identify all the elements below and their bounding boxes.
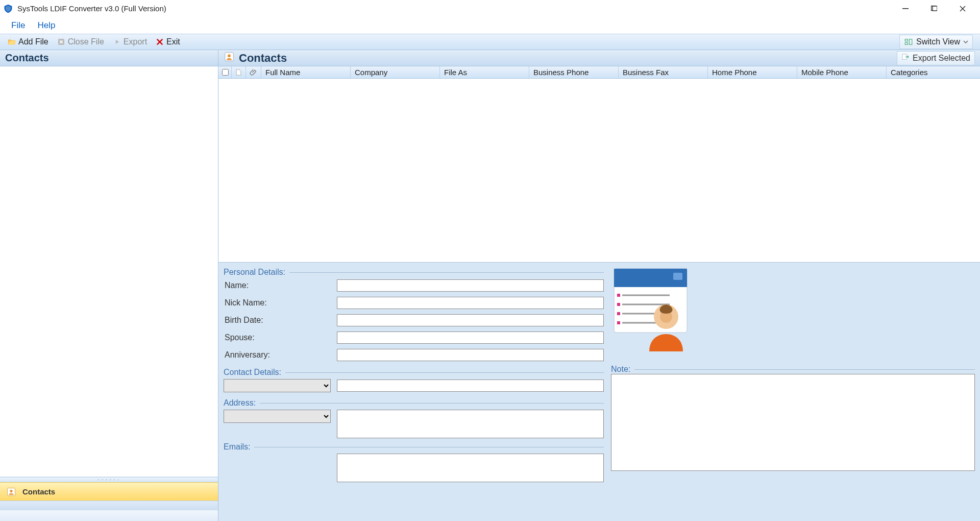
chevron-down-icon — [963, 37, 968, 46]
address-type-select[interactable] — [224, 410, 331, 423]
input-birthdate[interactable] — [337, 314, 604, 326]
close-button[interactable] — [948, 0, 977, 17]
contact-type-select[interactable] — [224, 379, 331, 392]
col-home-phone[interactable]: Home Phone — [708, 66, 797, 78]
input-note[interactable] — [611, 374, 975, 471]
folder-open-icon — [7, 37, 16, 46]
menu-file[interactable]: File — [5, 18, 31, 33]
col-mobile-phone[interactable]: Mobile Phone — [797, 66, 887, 78]
export-selected-label: Export Selected — [913, 54, 970, 63]
exit-button[interactable]: Exit — [151, 34, 184, 50]
switch-view-icon — [904, 37, 913, 46]
group-emails: Emails: — [224, 442, 604, 452]
details-panel: Personal Details: Name: Nick Name: Birth… — [218, 263, 980, 521]
table-header: Full Name Company File As Business Phone… — [218, 66, 980, 79]
minimize-button[interactable] — [891, 0, 920, 17]
toolbar: Add File Close File Export Exit Switch V… — [0, 34, 980, 50]
exit-label: Exit — [166, 37, 180, 46]
add-file-button[interactable]: Add File — [3, 34, 53, 50]
file-icon-column[interactable] — [232, 66, 246, 78]
svg-rect-19 — [617, 294, 620, 297]
window-title: SysTools LDIF Converter v3.0 (Full Versi… — [17, 4, 891, 13]
contact-card-image — [611, 266, 690, 352]
group-personal: Personal Details: — [224, 268, 604, 277]
add-file-label: Add File — [18, 37, 48, 46]
col-categories[interactable]: Categories — [887, 66, 980, 78]
col-full-name[interactable]: Full Name — [261, 66, 351, 78]
input-name[interactable] — [337, 279, 604, 292]
menu-help[interactable]: Help — [31, 18, 61, 33]
contacts-header: Contacts Export Selected — [218, 50, 980, 66]
left-spacer — [0, 510, 218, 521]
exit-icon — [155, 37, 164, 46]
group-contact: Contact Details: — [224, 368, 604, 377]
attachment-icon-column[interactable] — [246, 66, 261, 78]
right-pane: Contacts Export Selected Full Name Compa… — [218, 50, 980, 521]
category-label: Contacts — [22, 487, 55, 496]
category-contacts[interactable]: Contacts — [0, 482, 218, 501]
label-name: Name: — [224, 281, 337, 290]
label-spouse: Spouse: — [224, 333, 337, 342]
svg-rect-5 — [905, 43, 908, 45]
input-address[interactable] — [337, 410, 604, 438]
contacts-table: Full Name Company File As Business Phone… — [218, 66, 980, 263]
close-file-icon — [57, 37, 66, 46]
left-pane-title: Contacts — [0, 50, 218, 66]
app-icon — [3, 4, 13, 14]
input-nickname[interactable] — [337, 297, 604, 309]
export-button[interactable]: Export — [108, 34, 151, 50]
close-file-label: Close File — [68, 37, 104, 46]
input-spouse[interactable] — [337, 331, 604, 344]
col-business-phone[interactable]: Business Phone — [529, 66, 619, 78]
export-icon — [112, 37, 121, 46]
menubar: File Help — [0, 17, 980, 34]
label-anniversary: Anniversary: — [224, 350, 337, 360]
input-emails[interactable] — [337, 454, 604, 482]
select-all-checkbox[interactable] — [222, 69, 229, 76]
export-label: Export — [124, 37, 147, 46]
contacts-icon — [224, 51, 235, 65]
svg-point-8 — [10, 489, 12, 492]
switch-view-button[interactable]: Switch View — [899, 35, 973, 49]
svg-rect-0 — [902, 8, 909, 9]
svg-rect-4 — [905, 39, 908, 41]
left-spacer — [0, 501, 218, 510]
maximize-button[interactable] — [920, 0, 948, 17]
left-pane: Contacts • • • • • • Contacts — [0, 50, 218, 521]
svg-point-10 — [228, 54, 231, 57]
group-note: Note: — [611, 365, 975, 374]
col-company[interactable]: Company — [351, 66, 440, 78]
contacts-title: Contacts — [239, 52, 287, 65]
label-birth: Birth Date: — [224, 316, 337, 325]
input-contact-value[interactable] — [337, 380, 604, 392]
col-business-fax[interactable]: Business Fax — [619, 66, 708, 78]
splitter-handle[interactable]: • • • • • • — [0, 477, 218, 482]
export-selected-button[interactable]: Export Selected — [897, 51, 975, 65]
col-file-as[interactable]: File As — [440, 66, 529, 78]
svg-rect-14 — [673, 273, 682, 280]
svg-rect-6 — [910, 39, 912, 45]
svg-rect-22 — [617, 321, 620, 324]
group-address: Address: — [224, 398, 604, 408]
export-selected-icon — [901, 53, 910, 63]
svg-rect-2 — [933, 6, 937, 11]
svg-rect-20 — [617, 303, 620, 306]
contact-icon — [6, 487, 16, 497]
svg-rect-21 — [617, 312, 620, 315]
switch-view-label: Switch View — [916, 37, 960, 46]
input-anniversary[interactable] — [337, 349, 604, 361]
close-file-button[interactable]: Close File — [53, 34, 108, 50]
label-nick: Nick Name: — [224, 298, 337, 307]
folder-tree[interactable] — [0, 66, 218, 477]
titlebar: SysTools LDIF Converter v3.0 (Full Versi… — [0, 0, 980, 17]
